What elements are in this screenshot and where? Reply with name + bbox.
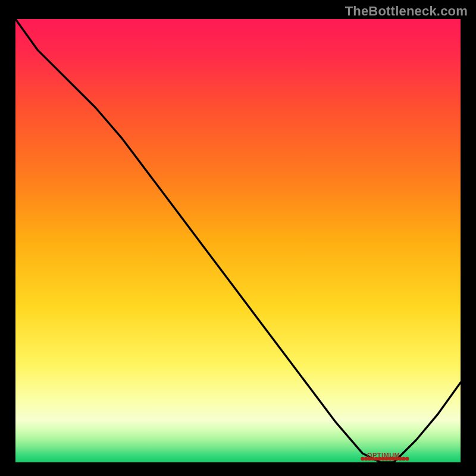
chart-stage: TheBottleneck.com OPTIMUM: [0, 0, 476, 476]
optimum-label: OPTIMUM: [367, 452, 400, 459]
plot-area: OPTIMUM: [15, 19, 461, 462]
svg-point-13: [405, 457, 409, 461]
svg-point-12: [402, 457, 406, 461]
svg-point-0: [361, 457, 365, 461]
gradient-background: [15, 19, 461, 462]
attribution-text: TheBottleneck.com: [345, 4, 468, 19]
plot-svg: [15, 19, 461, 462]
